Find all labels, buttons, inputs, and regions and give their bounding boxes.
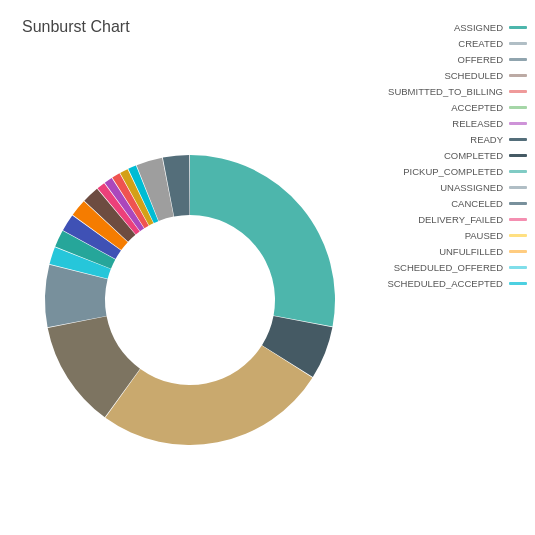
legend-item: PICKUP_COMPLETED — [387, 166, 527, 177]
legend-color — [509, 74, 527, 77]
legend-color — [509, 186, 527, 189]
legend-color — [509, 106, 527, 109]
legend-color — [509, 234, 527, 237]
legend: ASSIGNEDCREATEDOFFEREDSCHEDULEDSUBMITTED… — [387, 22, 527, 289]
legend-color — [509, 58, 527, 61]
legend-item: ACCEPTED — [387, 102, 527, 113]
legend-label: PICKUP_COMPLETED — [403, 166, 503, 177]
legend-label: OFFERED — [458, 54, 503, 65]
legend-color — [509, 282, 527, 285]
legend-label: UNASSIGNED — [440, 182, 503, 193]
donut-chart — [30, 140, 350, 460]
legend-item: COMPLETED — [387, 150, 527, 161]
legend-item: OFFERED — [387, 54, 527, 65]
legend-label: READY — [470, 134, 503, 145]
legend-color — [509, 138, 527, 141]
legend-color — [509, 218, 527, 221]
legend-color — [509, 170, 527, 173]
legend-label: SUBMITTED_TO_BILLING — [388, 86, 503, 97]
legend-item: CREATED — [387, 38, 527, 49]
legend-item: ASSIGNED — [387, 22, 527, 33]
legend-item: DELIVERY_FAILED — [387, 214, 527, 225]
legend-item: READY — [387, 134, 527, 145]
legend-label: ACCEPTED — [451, 102, 503, 113]
legend-color — [509, 122, 527, 125]
legend-color — [509, 202, 527, 205]
legend-color — [509, 154, 527, 157]
legend-item: SCHEDULED_OFFERED — [387, 262, 527, 273]
legend-label: RELEASED — [452, 118, 503, 129]
legend-label: UNFULFILLED — [439, 246, 503, 257]
legend-color — [509, 26, 527, 29]
chart-title: Sunburst Chart — [22, 18, 130, 36]
legend-label: SCHEDULED_OFFERED — [394, 262, 503, 273]
legend-item: PAUSED — [387, 230, 527, 241]
legend-label: PAUSED — [465, 230, 503, 241]
legend-label: COMPLETED — [444, 150, 503, 161]
legend-label: SCHEDULED — [444, 70, 503, 81]
legend-item: UNFULFILLED — [387, 246, 527, 257]
legend-item: CANCELED — [387, 198, 527, 209]
donut-segment — [105, 346, 312, 445]
legend-label: DELIVERY_FAILED — [418, 214, 503, 225]
legend-label: CREATED — [458, 38, 503, 49]
donut-segment — [190, 155, 335, 326]
legend-color — [509, 266, 527, 269]
legend-label: CANCELED — [451, 198, 503, 209]
legend-item: SUBMITTED_TO_BILLING — [387, 86, 527, 97]
legend-color — [509, 90, 527, 93]
legend-item: SCHEDULED_ACCEPTED — [387, 278, 527, 289]
legend-item: RELEASED — [387, 118, 527, 129]
legend-label: ASSIGNED — [454, 22, 503, 33]
legend-color — [509, 42, 527, 45]
legend-label: SCHEDULED_ACCEPTED — [387, 278, 503, 289]
legend-item: SCHEDULED — [387, 70, 527, 81]
legend-color — [509, 250, 527, 253]
legend-item: UNASSIGNED — [387, 182, 527, 193]
